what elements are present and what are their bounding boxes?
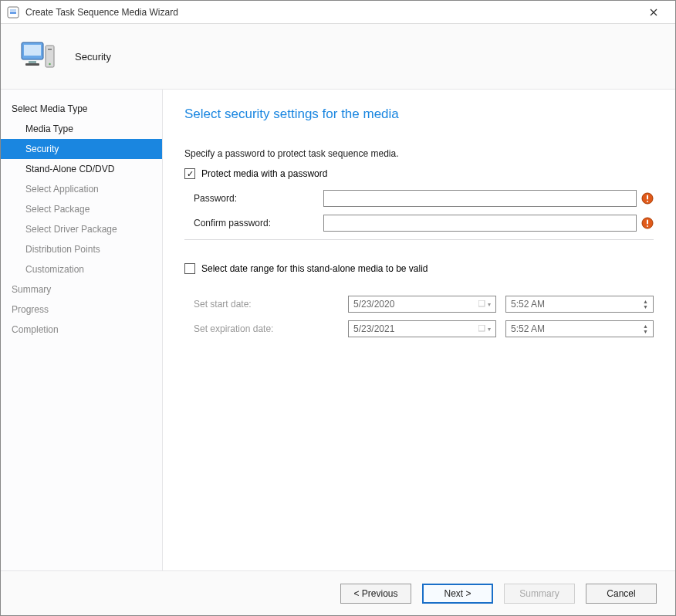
- next-button[interactable]: Next >: [422, 584, 493, 604]
- wizard-window: Create Task Sequence Media Wizard Securi…: [0, 0, 676, 616]
- sidebar-item-progress: Progress: [1, 300, 162, 320]
- svg-rect-19: [478, 325, 485, 331]
- svg-rect-2: [10, 9, 16, 11]
- confirm-password-row: Confirm password:: [184, 215, 654, 232]
- svg-rect-14: [647, 201, 648, 202]
- sidebar-item-select-driver-package: Select Driver Package: [1, 219, 162, 239]
- spinner-icon: ▲▼: [643, 299, 648, 310]
- expire-time-picker[interactable]: 5:52 AM ▲▼: [505, 320, 654, 337]
- start-time-value: 5:52 AM: [511, 299, 545, 310]
- summary-button: Summary: [504, 584, 575, 604]
- svg-rect-7: [29, 61, 36, 63]
- sidebar-item-media-type[interactable]: Media Type: [1, 119, 162, 139]
- sidebar-item-select-package: Select Package: [1, 199, 162, 219]
- svg-rect-6: [24, 45, 41, 56]
- password-row: Password:: [184, 190, 654, 207]
- svg-rect-13: [647, 195, 648, 200]
- start-date-label: Set start date:: [184, 299, 339, 310]
- expire-date-value: 5/23/2021: [353, 323, 394, 334]
- cancel-button[interactable]: Cancel: [586, 584, 657, 604]
- alert-icon: [641, 217, 654, 229]
- sidebar-item-distribution-points: Distribution Points: [1, 239, 162, 259]
- svg-rect-8: [25, 63, 39, 66]
- expire-date-label: Set expiration date:: [184, 323, 339, 334]
- spinner-icon: ▲▼: [643, 323, 648, 334]
- window-title: Create Task Sequence Media Wizard: [25, 7, 638, 18]
- wizard-sidebar: Select Media TypeMedia TypeSecurityStand…: [1, 90, 163, 570]
- main-heading: Select security settings for the media: [184, 107, 654, 122]
- wizard-body: Select Media TypeMedia TypeSecurityStand…: [1, 90, 675, 570]
- sidebar-item-completion: Completion: [1, 320, 162, 340]
- sidebar-item-stand-alone-cd-dvd[interactable]: Stand-Alone CD/DVD: [1, 159, 162, 179]
- date-range-row: Select date range for this stand-alone m…: [184, 263, 654, 274]
- start-date-row: Set start date: 5/23/2020 ▾ 5:52 AM ▲▼: [184, 296, 654, 313]
- svg-rect-1: [10, 12, 16, 14]
- password-input[interactable]: [323, 190, 637, 207]
- sidebar-item-select-media-type[interactable]: Select Media Type: [1, 99, 162, 119]
- app-icon: [7, 6, 19, 19]
- confirm-password-label: Confirm password:: [184, 218, 323, 228]
- protect-password-label: Protect media with a password: [201, 168, 327, 179]
- wizard-main: Select security settings for the media S…: [163, 90, 675, 570]
- date-range-checkbox[interactable]: [184, 263, 195, 274]
- close-button[interactable]: [638, 2, 669, 23]
- wizard-footer: < Previous Next > Summary Cancel: [1, 570, 675, 615]
- password-instruction: Specify a password to protect task seque…: [184, 148, 654, 159]
- page-title: Security: [75, 51, 111, 63]
- svg-point-11: [49, 63, 50, 65]
- confirm-password-input[interactable]: [323, 215, 637, 232]
- sidebar-item-customization: Customization: [1, 259, 162, 279]
- svg-rect-18: [478, 300, 485, 306]
- protect-password-row: Protect media with a password: [184, 168, 654, 179]
- password-label: Password:: [184, 193, 323, 204]
- sidebar-item-select-application: Select Application: [1, 179, 162, 199]
- expire-time-value: 5:52 AM: [511, 323, 545, 334]
- chevron-down-icon: ▾: [478, 325, 491, 333]
- password-section: Specify a password to protect task seque…: [184, 148, 654, 337]
- expire-date-row: Set expiration date: 5/23/2021 ▾ 5:52 AM…: [184, 320, 654, 337]
- chevron-down-icon: ▾: [478, 300, 491, 308]
- start-date-picker[interactable]: 5/23/2020 ▾: [348, 296, 496, 313]
- sidebar-item-summary: Summary: [1, 279, 162, 300]
- wizard-header: Security: [1, 24, 675, 90]
- separator: [184, 239, 654, 240]
- sidebar-item-security[interactable]: Security: [1, 139, 162, 159]
- close-icon: [650, 8, 657, 16]
- computer-icon: [19, 38, 56, 75]
- start-date-value: 5/23/2020: [353, 299, 394, 310]
- date-range-label: Select date range for this stand-alone m…: [201, 263, 428, 274]
- expire-date-picker[interactable]: 5/23/2021 ▾: [348, 320, 496, 337]
- start-time-picker[interactable]: 5:52 AM ▲▼: [505, 296, 654, 313]
- svg-rect-16: [647, 220, 648, 225]
- svg-rect-17: [647, 225, 648, 227]
- svg-rect-10: [48, 49, 52, 50]
- protect-password-checkbox[interactable]: [184, 168, 195, 179]
- titlebar: Create Task Sequence Media Wizard: [1, 1, 675, 24]
- alert-icon: [641, 192, 654, 205]
- previous-button[interactable]: < Previous: [340, 584, 411, 604]
